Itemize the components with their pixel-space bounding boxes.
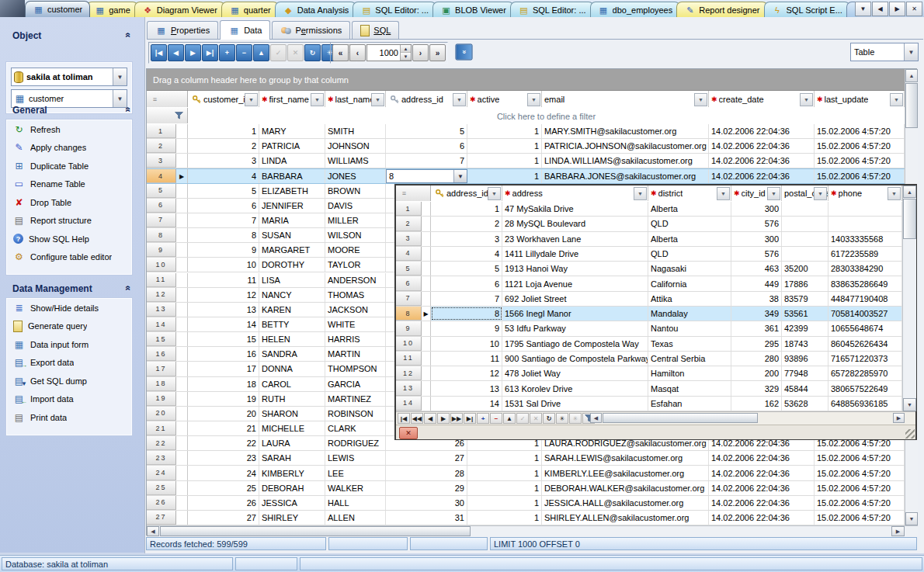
page-size-input[interactable]	[367, 47, 400, 58]
cell-create_date[interactable]: 14.02.2006 22:04:36	[709, 511, 815, 525]
group-by-band[interactable]: Drag a column header here to group by th…	[147, 69, 905, 91]
cell-customer_id[interactable]: 20	[188, 407, 259, 421]
sidebar-item-get-sql-dump[interactable]: ▤▼Get SQL dump	[7, 372, 131, 390]
scroll-right-icon[interactable]: ▶	[893, 413, 905, 423]
cell-last_name[interactable]: LEWIS	[325, 451, 386, 465]
popup-cell-phone[interactable]	[828, 202, 902, 216]
scroll-up-icon[interactable]: ▲	[905, 69, 918, 82]
scroll-up-icon[interactable]: ▲	[903, 185, 916, 198]
cell-customer_id[interactable]: 2	[188, 139, 259, 153]
cell-customer_id[interactable]: 21	[188, 421, 259, 435]
prior-record-button[interactable]: ◀	[168, 44, 184, 61]
cell-last_name[interactable]: HARRIS	[325, 332, 386, 346]
cell-last_name[interactable]: LEE	[325, 466, 386, 480]
tab-control-close-icon[interactable]: ✕	[906, 2, 922, 16]
column-header-email[interactable]: email▼	[542, 91, 709, 107]
database-combobox[interactable]: sakila at toliman▼	[11, 68, 127, 86]
popup-cell-city_id[interactable]: 200	[731, 366, 782, 380]
row-number[interactable]: 19	[147, 392, 176, 406]
popup-cell-phone[interactable]: 380657522649	[828, 381, 902, 395]
popup-cell-district[interactable]: California	[648, 276, 731, 290]
app-tab-report-designer[interactable]: ✎Report designer	[676, 2, 767, 17]
cell-last_name[interactable]: WILSON	[325, 228, 386, 242]
cell-customer_id[interactable]: 24	[188, 466, 259, 480]
column-header-last_update[interactable]: ✱last_update▼	[815, 91, 905, 107]
popup-cell-address_id[interactable]: 12	[431, 366, 502, 380]
popup-cell-address_id[interactable]: 2	[431, 217, 502, 231]
popup-cell-phone[interactable]: 716571220373	[828, 352, 902, 366]
cell-first_name[interactable]: PATRICIA	[259, 139, 325, 153]
cell-last_name[interactable]: DAVIS	[325, 199, 386, 213]
cell-email[interactable]: LINDA.WILLIAMS@sakilacustomer.org	[542, 154, 709, 168]
popup-cell-postal_code[interactable]: 35200	[782, 262, 828, 276]
cell-last_name[interactable]: WILLIAMS	[325, 154, 386, 168]
cell-address_id[interactable]: 31	[386, 511, 467, 525]
cell-last_name[interactable]: JACKSON	[325, 303, 386, 317]
popup-cell-district[interactable]: Alberta	[648, 232, 731, 246]
column-header-first_name[interactable]: ✱first_name▼	[259, 91, 325, 107]
cell-first_name[interactable]: MARY	[259, 124, 325, 138]
popup-column-header-postal_code[interactable]: postal_code▼	[782, 185, 828, 201]
cell-customer_id[interactable]: 14	[188, 317, 259, 331]
cell-email[interactable]: PATRICIA.JOHNSON@sakilacustomer.org	[542, 139, 709, 153]
popup-cell-address_id[interactable]: 8	[431, 307, 502, 321]
popup-cell-address_id[interactable]: 13	[431, 381, 502, 395]
cell-last_update[interactable]: 15.02.2006 4:57:20	[815, 511, 905, 525]
popup-cell-city_id[interactable]: 576	[731, 217, 782, 231]
cell-last_name[interactable]: RODRIGUEZ	[325, 436, 386, 450]
cell-last_name[interactable]: JONES	[325, 169, 386, 182]
cell-create_date[interactable]: 14.02.2006 22:04:36	[709, 124, 815, 138]
cell-create_date[interactable]: 14.02.2006 22:04:36	[709, 466, 815, 480]
popup-cell-address[interactable]: 900 Santiago de Compostela Parkway	[502, 352, 648, 366]
cell-active[interactable]: 1	[467, 511, 542, 525]
cell-email[interactable]: MARY.SMITH@sakilacustomer.org	[542, 124, 709, 138]
app-tab-sql-editor-[interactable]: ▤SQL Editor: ...	[353, 2, 436, 17]
popup-cell-district[interactable]: Texas	[648, 337, 731, 351]
app-tab-customer[interactable]: ▦customer	[25, 1, 90, 17]
popup-cell-district[interactable]: Nantou	[648, 321, 731, 335]
popup-cell-address_id[interactable]: 3	[431, 232, 502, 246]
cell-first_name[interactable]: SUSAN	[259, 228, 325, 242]
popup-cell-district[interactable]: Central Serbia	[648, 352, 731, 366]
row-number[interactable]: 13	[147, 303, 176, 317]
app-tab-dbo-employees[interactable]: ▦dbo_employees	[590, 2, 681, 17]
cell-last_name[interactable]: MARTINEZ	[325, 392, 386, 406]
collapse-chevron-icon[interactable]: «	[123, 286, 134, 293]
cell-first_name[interactable]: DOROTHY	[259, 258, 325, 272]
nav-first-button[interactable]: |◀	[398, 413, 410, 424]
cell-last_update[interactable]: 15.02.2006 4:57:20	[815, 124, 905, 138]
cell-last_name[interactable]: THOMPSON	[325, 362, 386, 376]
cell-customer_id[interactable]: 1	[188, 124, 259, 138]
app-tab-sql-editor-[interactable]: ▤SQL Editor: ...	[510, 2, 594, 17]
row-number[interactable]: 21	[147, 421, 176, 435]
popup-cell-postal_code[interactable]: 53561	[782, 307, 828, 321]
popup-cell-postal_code[interactable]: 42399	[782, 321, 828, 335]
cell-last_update[interactable]: 15.02.2006 4:57:20	[815, 496, 905, 510]
sidebar-item-rename-table[interactable]: ▭Rename Table	[7, 175, 131, 194]
popup-cell-address_id[interactable]: 9	[431, 321, 502, 335]
row-number[interactable]: 8	[147, 228, 176, 242]
cell-first_name[interactable]: BETTY	[259, 317, 325, 331]
popup-cell-address_id[interactable]: 7	[431, 292, 502, 306]
popup-cell-address[interactable]: 478 Joliet Way	[502, 366, 648, 380]
popup-column-header-district[interactable]: ✱district▼	[648, 185, 731, 201]
sidebar-item-show-hide-details[interactable]: ≣Show/Hide details	[7, 299, 131, 317]
cell-first_name[interactable]: DEBORAH	[259, 481, 325, 495]
sidebar-item-export-data[interactable]: ▤→Export data	[7, 354, 131, 373]
filter-gutter-cell[interactable]	[147, 108, 188, 123]
popup-cell-address_id[interactable]: 4	[431, 247, 502, 261]
cell-create_date[interactable]: 14.02.2006 22:04:36	[709, 169, 815, 182]
next-record-button[interactable]: ▶	[185, 44, 201, 61]
cell-active[interactable]: 1	[467, 451, 542, 465]
popup-cell-district[interactable]: Hamilton	[648, 366, 731, 380]
row-number[interactable]: 2	[147, 139, 176, 153]
row-number[interactable]: 16	[147, 347, 176, 361]
sidebar-item-show-sql-help[interactable]: ?Show SQL Help	[7, 230, 131, 248]
column-filter-dropdown[interactable]: ▼	[890, 93, 903, 106]
cell-customer_id[interactable]: 10	[188, 258, 259, 272]
tab-sql[interactable]: SQL	[352, 21, 399, 39]
cell-first_name[interactable]: MICHELLE	[259, 421, 325, 435]
column-header-active[interactable]: ✱active▼	[467, 91, 542, 107]
next-page-button[interactable]: ›	[412, 44, 429, 61]
column-filter-dropdown[interactable]: ▼	[488, 187, 501, 200]
